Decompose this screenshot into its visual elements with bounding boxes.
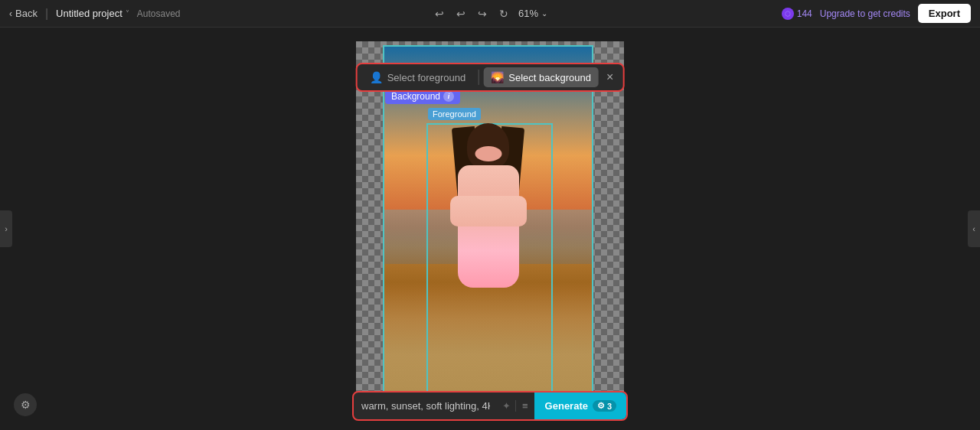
generate-count-badge: ⚙ 3 bbox=[593, 400, 616, 412]
upgrade-button[interactable]: Upgrade to get credits bbox=[820, 8, 910, 19]
redo-icon: ↪ bbox=[478, 8, 487, 20]
face bbox=[475, 146, 501, 161]
back-button[interactable]: ‹ Back bbox=[9, 8, 38, 19]
settings-button[interactable]: ⚙ bbox=[14, 393, 37, 416]
settings-icon: ⚙ bbox=[21, 399, 31, 411]
export-button[interactable]: Export bbox=[918, 4, 971, 23]
left-panel-toggle[interactable]: › bbox=[0, 210, 12, 247]
zoom-dropdown[interactable]: 61% ⌄ bbox=[518, 8, 547, 19]
project-chevron-icon: ˅ bbox=[126, 9, 129, 18]
refresh-icon: ↻ bbox=[499, 8, 508, 20]
credits-count: 144 bbox=[797, 8, 812, 19]
selection-toolbar: 👤 Select foreground 🌄 Select background … bbox=[356, 63, 625, 92]
arms-shape bbox=[450, 196, 527, 226]
foreground-label-text: Foreground bbox=[433, 109, 476, 119]
body-shape bbox=[458, 165, 519, 288]
select-foreground-tab[interactable]: 👤 Select foreground bbox=[362, 67, 474, 87]
project-name-dropdown[interactable]: Untitled project ˅ bbox=[56, 8, 129, 19]
zoom-level-text: 61% bbox=[518, 8, 538, 19]
generate-label: Generate bbox=[545, 400, 588, 412]
info-icon[interactable]: i bbox=[443, 91, 454, 102]
background-tab-icon: 🌄 bbox=[491, 71, 504, 83]
back-label: Back bbox=[15, 8, 38, 19]
credits-icon: ⬡ bbox=[782, 8, 794, 20]
magic-wand-icon[interactable]: ✦ bbox=[498, 400, 515, 412]
background-label-text: Background bbox=[391, 91, 440, 102]
generate-button[interactable]: Generate ⚙ 3 bbox=[534, 393, 628, 419]
zoom-chevron-icon: ⌄ bbox=[541, 9, 547, 18]
select-background-tab[interactable]: 🌄 Select background bbox=[483, 67, 599, 87]
select-background-label: Select background bbox=[508, 72, 591, 83]
head-shape bbox=[467, 123, 509, 169]
prompt-bar: ✦ ≡ Generate ⚙ 3 bbox=[352, 391, 628, 421]
upgrade-label: Upgrade to get credits bbox=[820, 8, 910, 19]
body-area bbox=[458, 169, 519, 288]
list-options-icon[interactable]: ≡ bbox=[515, 400, 534, 412]
left-arrow-icon: › bbox=[5, 224, 8, 233]
refresh-button[interactable]: ↻ bbox=[497, 5, 511, 22]
right-arrow-icon: ‹ bbox=[972, 224, 975, 233]
prompt-input[interactable] bbox=[354, 393, 498, 419]
canvas-area: › ‹ ⚙ 👤 Select foreground 🌄 Select backg… bbox=[0, 28, 980, 430]
redo-button[interactable]: ↪ bbox=[475, 5, 489, 22]
top-bar-center: ↩ ↩ ↪ ↻ 61% ⌄ bbox=[433, 5, 547, 22]
top-bar-left: ‹ Back | Untitled project ˅ Autosaved bbox=[9, 7, 181, 21]
head-area bbox=[467, 123, 509, 169]
history-back-button[interactable]: ↩ bbox=[433, 5, 446, 22]
undo-button[interactable]: ↩ bbox=[454, 5, 468, 22]
credits-badge: ⬡ 144 bbox=[782, 8, 812, 20]
toolbar-close-button[interactable]: × bbox=[602, 69, 618, 86]
close-icon: × bbox=[606, 70, 613, 83]
export-label: Export bbox=[929, 8, 960, 19]
top-bar-right: ⬡ 144 Upgrade to get credits Export bbox=[782, 4, 971, 23]
gear-icon: ⚙ bbox=[597, 401, 605, 411]
generate-count-text: 3 bbox=[607, 402, 612, 411]
project-name-text: Untitled project bbox=[56, 8, 122, 19]
foreground-label: Foreground bbox=[428, 108, 481, 120]
foreground-tab-icon: 👤 bbox=[370, 71, 383, 83]
autosaved-label: Autosaved bbox=[137, 8, 181, 19]
undo2-icon: ↩ bbox=[456, 8, 466, 20]
select-foreground-label: Select foreground bbox=[387, 72, 466, 83]
info-icon-symbol: i bbox=[448, 93, 450, 100]
person-figure bbox=[458, 123, 519, 288]
right-panel-toggle[interactable]: ‹ bbox=[968, 210, 980, 247]
top-bar: ‹ Back | Untitled project ˅ Autosaved ↩ … bbox=[0, 0, 980, 28]
undo-icon: ↩ bbox=[435, 8, 444, 20]
toolbar-divider bbox=[478, 70, 479, 85]
back-chevron-icon: ‹ bbox=[9, 8, 12, 19]
